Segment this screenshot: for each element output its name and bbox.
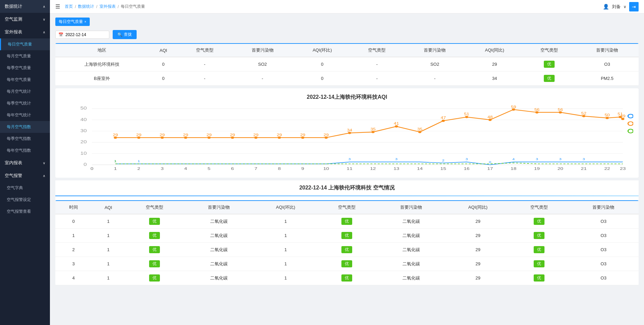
sidebar-section-indoor[interactable]: 室内报表 ∨ — [0, 156, 50, 169]
detail-cell-airtype-0: 优 — [125, 214, 184, 229]
badge-good-0: 优 — [544, 61, 555, 68]
detail-cell-airtypetb-2: 优 — [509, 243, 568, 257]
sidebar-item-monthly-index[interactable]: 每月空气指数 — [0, 121, 50, 133]
sidebar-item-alarm-setting[interactable]: 空气报警设定 — [0, 194, 50, 206]
sidebar-item-yearly-stats[interactable]: 每年空气统计 — [0, 109, 50, 121]
col-pollutant-tb: 首要污染物 — [576, 43, 639, 57]
breadcrumb-outdoor[interactable]: 室外报表 — [100, 4, 116, 9]
detail-cell-airtypehb-4: 优 — [317, 271, 376, 285]
sidebar-section-outdoor[interactable]: 室外报表 ∧ — [0, 26, 50, 38]
svg-text:3: 3 — [559, 157, 562, 161]
sidebar-item-air-dict[interactable]: 空气字典 — [0, 182, 50, 194]
sidebar-outdoor-label: 室外报表 — [5, 29, 22, 35]
svg-point-35 — [621, 118, 624, 120]
sidebar-item-monthly-stats[interactable]: 每月空气统计 — [0, 86, 50, 97]
search-icon: 🔍 — [117, 32, 122, 37]
breadcrumb-sep2: / — [96, 4, 97, 9]
svg-text:51: 51 — [464, 112, 470, 116]
chevron-down-icon: ∨ — [43, 18, 45, 21]
detail-cell-airtype-4: 优 — [125, 271, 184, 285]
menu-icon[interactable]: ☰ — [55, 3, 60, 10]
sidebar-item-daily-air[interactable]: 每日空气质量 — [0, 38, 50, 50]
detail-cell-pollutanthb-4: 二氧化碳 — [376, 271, 446, 285]
topbar-left: ☰ 首页 / 数据统计 / 室外报表 / 每日空气质量 — [55, 3, 145, 10]
summary-table-wrapper: 地区 AQI 空气类型 首要污染物 AQI(环比) 空气类型 首要污染物 AQI… — [55, 43, 639, 86]
breadcrumb-current: 每日空气质量 — [121, 4, 145, 9]
svg-text:19: 19 — [534, 167, 540, 171]
col-aqi-hb: AQI(环比) — [294, 43, 351, 57]
svg-text:22: 22 — [604, 167, 610, 171]
svg-text:0: 0 — [489, 160, 491, 164]
col-airtype-hb: 空气类型 — [351, 43, 403, 57]
detail-badge-1: 优 — [149, 232, 160, 239]
breadcrumb-stats[interactable]: 数据统计 — [78, 4, 94, 9]
detail-col-pollutant-hb: 首要污染物 — [376, 201, 446, 214]
cell-area-1: B座室外 — [55, 71, 148, 86]
cell-pollutant-1: - — [231, 71, 294, 86]
detail-badge-tb-1: 优 — [534, 232, 544, 239]
detail-badge-tb-0: 优 — [534, 218, 544, 225]
date-input-field[interactable] — [65, 32, 103, 37]
detail-cell-aqitb-2: 29 — [446, 243, 510, 257]
svg-text:48: 48 — [487, 115, 493, 119]
sidebar-section-alarm[interactable]: 空气报警 ∧ — [0, 169, 50, 182]
sidebar-item-seasonal-air[interactable]: 每季空气质量 — [0, 62, 50, 74]
svg-text:29: 29 — [253, 133, 259, 137]
sidebar-item-seasonal-stats[interactable]: 每季空气统计 — [0, 97, 50, 109]
cell-pollutant-0: SO2 — [231, 57, 294, 71]
svg-point-100 — [628, 129, 633, 133]
tab-label: 每日空气质量 — [59, 19, 83, 25]
cell-aqitb-0: 29 — [466, 57, 523, 71]
detail-cell-pollutanttb-4: O3 — [568, 271, 639, 285]
badge-good-1: 优 — [544, 75, 555, 82]
tab-close-icon[interactable]: × — [84, 20, 86, 24]
right-panel-toggle[interactable]: ⇥ — [629, 2, 639, 11]
sidebar-item-seasonal-index[interactable]: 每季空气指数 — [0, 133, 50, 145]
svg-text:35: 35 — [370, 127, 376, 131]
tab-daily-air[interactable]: 每日空气质量 × — [55, 18, 90, 26]
svg-text:29: 29 — [136, 133, 142, 137]
calendar-icon: 📅 — [58, 32, 63, 37]
cell-aqitb-1: 34 — [466, 71, 523, 86]
svg-text:29: 29 — [206, 133, 212, 137]
cell-airtypetb-1: 优 — [523, 71, 576, 86]
cell-aqi-0: 0 — [148, 57, 178, 71]
sidebar-section-label: 数据统计 — [5, 3, 22, 9]
sidebar-item-alarm-view[interactable]: 空气报警查看 — [0, 206, 50, 217]
search-button[interactable]: 🔍 查拢 — [113, 30, 137, 39]
detail-cell-airtypehb-0: 优 — [317, 214, 376, 229]
col-airtype: 空气类型 — [178, 43, 231, 57]
svg-text:4: 4 — [184, 167, 187, 171]
svg-text:7: 7 — [254, 167, 257, 171]
detail-cell-airtypetb-4: 优 — [509, 271, 568, 285]
sidebar: 数据统计 ∧ 空气监测 ∨ 室外报表 ∧ 每日空气质量 每月空气质量 每季空气质… — [0, 0, 50, 325]
svg-text:23: 23 — [620, 167, 626, 171]
svg-text:29: 29 — [300, 133, 306, 137]
detail-cell-aqi-2: 1 — [92, 243, 125, 257]
svg-text:0: 0 — [84, 162, 87, 167]
sidebar-section-data-stats[interactable]: 数据统计 ∧ — [0, 0, 50, 13]
detail-cell-pollutant-1: 二氧化碳 — [184, 229, 254, 243]
svg-text:1: 1 — [114, 159, 117, 163]
detail-cell-aqihb-3: 1 — [254, 257, 317, 271]
svg-text:29: 29 — [277, 133, 282, 137]
detail-table-row: 1 1 优 二氧化碳 1 优 二氧化碳 29 优 O3 — [55, 229, 639, 243]
sidebar-item-yearly-air[interactable]: 每年空气质量 — [0, 74, 50, 86]
detail-cell-aqihb-2: 1 — [254, 243, 317, 257]
sidebar-item-monthly-air[interactable]: 每月空气质量 — [0, 50, 50, 62]
search-label: 查拢 — [124, 32, 132, 37]
detail-cell-aqitb-0: 29 — [446, 214, 510, 229]
cell-aqihb-0: 0 — [294, 57, 351, 71]
chevron-up-icon2: ∧ — [43, 30, 45, 34]
sidebar-item-yearly-index[interactable]: 每年空气指数 — [0, 145, 50, 156]
detail-title: 2022-12-14 上海轶伦环境科技 空气情况 — [55, 184, 639, 191]
breadcrumb-home[interactable]: 首页 — [65, 4, 73, 9]
detail-col-aqi-tb: AQI(同比) — [446, 201, 510, 214]
svg-point-23 — [371, 131, 374, 133]
svg-text:49: 49 — [620, 114, 625, 118]
cell-airtype-1: - — [178, 71, 231, 86]
sidebar-section-air-monitor[interactable]: 空气监测 ∨ — [0, 13, 50, 26]
detail-table: 时间 AQI 空气类型 首要污染物 AQI(环比) 空气类型 首要污染物 AQI… — [55, 200, 639, 285]
detail-badge-tb-4: 优 — [534, 274, 544, 282]
topbar-right: 👤 刘备 ∨ ⇥ — [603, 2, 639, 11]
